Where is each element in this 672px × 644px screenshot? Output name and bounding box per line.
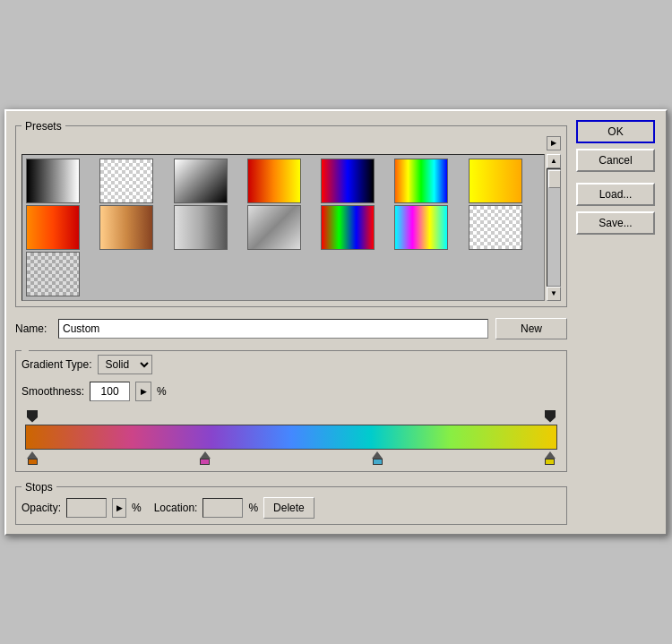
preset-item[interactable] <box>174 159 228 203</box>
presets-scroll-area: ▲ ▼ <box>22 154 561 301</box>
preset-item[interactable] <box>321 159 375 203</box>
smoothness-unit: % <box>157 385 167 398</box>
preset-item[interactable] <box>99 159 153 203</box>
gradient-type-select[interactable]: Solid Noise <box>98 355 152 374</box>
smoothness-label: Smoothness: <box>22 385 84 398</box>
opacity-input[interactable] <box>66 498 107 518</box>
color-stop-1[interactable] <box>27 451 38 465</box>
opacity-stops-row <box>25 410 557 423</box>
opacity-stop-right[interactable] <box>545 410 556 423</box>
name-input[interactable] <box>58 319 488 339</box>
cancel-button[interactable]: Cancel <box>576 149 655 172</box>
scroll-down-button[interactable]: ▼ <box>547 287 561 301</box>
presets-menu-button[interactable]: ▶ <box>547 136 561 150</box>
left-panel: Presets ▶ <box>15 120 567 525</box>
presets-legend: Presets <box>22 120 65 133</box>
location-input[interactable] <box>202 498 243 518</box>
preset-item[interactable] <box>394 205 448 250</box>
opacity-label: Opacity: <box>22 502 61 514</box>
stops-row: Opacity: ▶ % Location: % Delete <box>22 497 561 519</box>
smoothness-input[interactable] <box>90 382 130 401</box>
scroll-track[interactable] <box>547 168 561 287</box>
smoothness-row: Smoothness: ▶ % <box>22 382 561 401</box>
preset-item[interactable] <box>174 205 228 250</box>
gradient-type-row: Gradient Type: Solid Noise <box>22 355 561 374</box>
preset-item[interactable] <box>321 205 375 250</box>
color-stop-3[interactable] <box>372 451 383 465</box>
location-label: Location: <box>154 502 198 514</box>
color-stop-4[interactable] <box>545 451 556 465</box>
gradient-section: Gradient Type: Solid Noise Smoothness: ▶… <box>15 350 567 472</box>
color-stops-row <box>25 451 557 466</box>
gradient-type-label: Gradient Type: <box>22 358 92 371</box>
preset-item[interactable] <box>26 252 80 296</box>
color-stop-2[interactable] <box>200 451 211 465</box>
scroll-up-button[interactable]: ▲ <box>547 154 561 168</box>
new-button[interactable]: New <box>495 318 567 339</box>
gradient-bar[interactable] <box>25 425 557 450</box>
ok-button[interactable]: OK <box>576 120 655 143</box>
preset-item[interactable] <box>469 159 522 203</box>
presets-grid-inner <box>26 159 540 296</box>
load-button[interactable]: Load... <box>576 183 655 206</box>
save-button[interactable]: Save... <box>576 211 655 235</box>
presets-header: ▶ <box>22 136 561 150</box>
delete-button[interactable]: Delete <box>263 497 314 519</box>
preset-item[interactable] <box>26 205 80 250</box>
preset-item[interactable] <box>99 205 153 250</box>
gradient-editor-dialog: Presets ▶ <box>4 109 668 536</box>
gradient-bar-area <box>25 410 557 466</box>
stops-legend: Stops <box>22 481 56 494</box>
preset-item[interactable] <box>469 205 522 250</box>
location-unit: % <box>248 502 258 514</box>
preset-item[interactable] <box>394 159 448 203</box>
presets-group: Presets ▶ <box>15 120 567 307</box>
right-panel: OK Cancel Load... Save... <box>576 120 657 525</box>
preset-item[interactable] <box>247 159 301 203</box>
scroll-thumb[interactable] <box>548 170 561 188</box>
name-row: Name: New <box>15 318 567 339</box>
stops-section: Stops Opacity: ▶ % Location: % Delete <box>15 481 567 525</box>
preset-item[interactable] <box>247 205 301 250</box>
presets-scrollbar[interactable]: ▲ ▼ <box>547 154 561 301</box>
name-label: Name: <box>15 322 51 335</box>
opacity-unit: % <box>132 502 142 514</box>
opacity-stepper[interactable]: ▶ <box>112 498 126 518</box>
preset-item[interactable] <box>26 159 80 203</box>
opacity-stop-left[interactable] <box>27 410 38 423</box>
presets-grid <box>22 154 545 301</box>
smoothness-stepper[interactable]: ▶ <box>135 382 151 401</box>
